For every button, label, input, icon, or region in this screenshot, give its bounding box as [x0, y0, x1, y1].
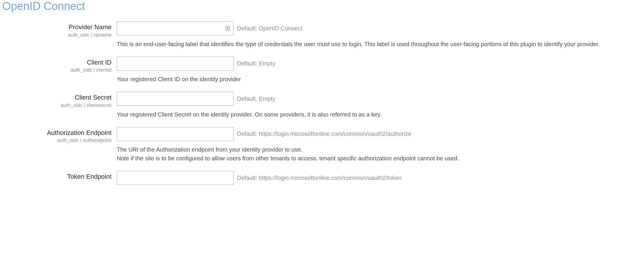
setting-label-client-secret: Client Secret [0, 93, 112, 102]
setting-label-auth-endpoint: Authorization Endpoint [0, 129, 112, 137]
setting-label-token-endpoint: Token Endpoint [0, 173, 112, 181]
setting-default-client-id: Default: Empty [237, 60, 275, 67]
setting-default-client-secret: Default: Empty [237, 95, 275, 102]
client-id-input[interactable] [117, 57, 234, 71]
client-secret-input[interactable] [117, 92, 234, 106]
setting-row-token-endpoint: Token Endpoint Default: https://login.mi… [0, 171, 644, 185]
setting-key-provider-name: auth_oidc | opname [0, 32, 112, 38]
setting-description-auth-endpoint: The URI of the Authorization endpoint fr… [117, 145, 465, 163]
setting-key-client-id: auth_oidc | clientid [0, 67, 112, 73]
setting-row-client-secret: Client Secret auth_oidc | clientsecret D… [0, 92, 644, 108]
setting-default-provider-name: Default: OpenID Connect [237, 25, 302, 32]
setting-default-auth-endpoint: Default: https://login.microsoftonline.c… [237, 131, 411, 137]
setting-row-auth-endpoint: Authorization Endpoint auth_oidc | authe… [0, 127, 644, 144]
setting-default-token-endpoint: Default: https://login.microsoftonline.c… [237, 175, 402, 181]
setting-row-provider-name: Provider Name auth_oidc | opname Default… [0, 21, 644, 38]
setting-key-auth-endpoint: auth_oidc | authendpoint [0, 138, 112, 143]
setting-label-provider-name: Provider Name [0, 23, 112, 32]
auth-endpoint-input[interactable] [117, 127, 234, 141]
setting-row-client-id: Client ID auth_oidc | clientid Default: … [0, 57, 644, 73]
page-title: OpenID Connect [0, 0, 644, 13]
setting-description-client-id: Your registered Client ID on the identit… [117, 75, 247, 84]
setting-key-client-secret: auth_oidc | clientsecret [0, 103, 112, 108]
token-endpoint-input[interactable] [117, 171, 234, 185]
setting-description-client-secret: Your registered Client Secret on the ide… [117, 110, 387, 119]
setting-description-provider-name: This is an end-user-facing label that id… [117, 40, 605, 48]
setting-label-client-id: Client ID [0, 58, 112, 67]
settings-form: Provider Name auth_oidc | opname Default… [0, 21, 644, 185]
provider-name-input[interactable] [117, 21, 234, 35]
